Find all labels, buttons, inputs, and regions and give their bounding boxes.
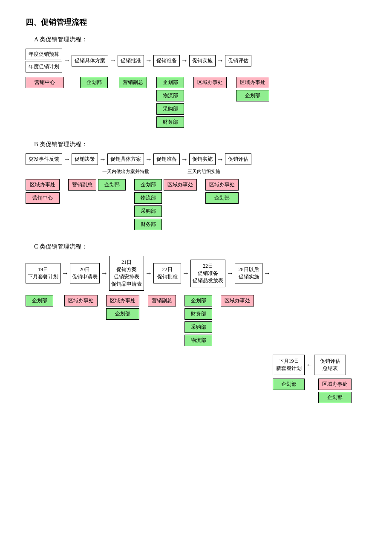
dept-a-col3: 营销副总 <box>119 77 147 88</box>
flow-b-box-3: 促销具体方案 <box>107 153 144 165</box>
dept-b-5b: 企划部 <box>205 192 239 204</box>
dept-a-col1: 营销中心 <box>26 77 64 88</box>
dept-c-3a: 区域办事处 <box>106 295 139 306</box>
flow-a-box-2: 促销具体方案 <box>72 55 108 66</box>
dept-a-col6: 区域办事处 企划部 <box>236 77 269 101</box>
arrow-c-2: → <box>100 269 109 277</box>
arrow-c-1: → <box>61 269 70 277</box>
dept-b-2: 营销副总 <box>68 179 96 191</box>
section-b: B 类促销管理流程： 突发事件反馈 → 促销决策 → 促销具体方案 → 促销准备… <box>26 141 366 230</box>
arrow-a-4: → <box>180 57 189 64</box>
flow-c-row: 19日下月套餐计划 → 20日促销申请表 → 21日促销方案促销安排表促销品申请… <box>26 256 366 291</box>
flow-a-box-1a: 年度促销预算 <box>26 49 62 60</box>
arrow-c-6: → <box>262 269 272 277</box>
flow-a-box-5: 促销实施 <box>189 55 216 66</box>
flow-c-box-6: 28日以后促销实施 <box>235 263 262 283</box>
arrow-b-3: → <box>144 156 153 163</box>
arrow-c-7: → <box>305 361 314 369</box>
dept-b-4e: 区域办事处 <box>164 179 197 191</box>
arrow-b-2: → <box>98 156 107 163</box>
dept-b-1a: 区域办事处 <box>26 179 60 191</box>
dept-b-col4a: 企划部 物流部 采购部 财务部 <box>134 179 162 230</box>
dept-a-col4: 企划部 物流部 采购部 财务部 <box>156 77 184 128</box>
dept-b-col4e: 区域办事处 <box>164 179 197 230</box>
dept-c-col2: 区域办事处 <box>64 295 98 306</box>
arrow-b-5: → <box>216 156 225 163</box>
flow-c-box-7: 下月19日新套餐计划 <box>273 355 305 375</box>
arrow-c-5: → <box>225 269 235 277</box>
dept-c-col3: 区域办事处 企划部 <box>106 295 139 320</box>
dept-a-4a: 企划部 <box>156 77 184 88</box>
dept-a-6b: 企划部 <box>236 90 269 101</box>
flow-a-box-6: 促销评估 <box>225 55 251 66</box>
arrow-a-2: → <box>108 57 118 64</box>
arrow-a-3: → <box>144 57 153 64</box>
dept-a-col5: 区域办事处 <box>193 77 227 88</box>
flow-a-box-4: 促销准备 <box>153 55 180 66</box>
dept-b-row: 区域办事处 营销中心 营销副总 企划部 企划部 物流部 采购部 财务部 区域办事… <box>26 179 366 230</box>
flow-c-box-5: 22日促销准备促销品发放表 <box>190 260 225 287</box>
section-b-title: B 类促销管理流程： <box>34 141 366 148</box>
arrow-c-3: → <box>144 269 153 277</box>
flow-b-box-1: 突发事件反馈 <box>26 153 62 165</box>
arrow-b-4: → <box>180 156 189 163</box>
dept-c-5b: 财务部 <box>184 308 212 320</box>
section-c-title: C 类促销管理流程： <box>34 243 366 251</box>
flow-b-box-2: 促销决策 <box>72 153 98 165</box>
dept-a-4c: 采购部 <box>156 103 184 115</box>
dept-b-col1: 区域办事处 营销中心 <box>26 179 60 204</box>
flow-c-box-8: 促销评估总结表 <box>314 355 346 375</box>
dept-a-4b: 物流部 <box>156 90 184 101</box>
arrow-a-1: → <box>62 57 72 64</box>
section-a: A 类促销管理流程： 年度促销预算 年度促销计划 → 促销具体方案 → 促销批准… <box>26 36 366 128</box>
dept-c-col6: 区域办事处 <box>221 295 254 306</box>
flow-a-row: 年度促销预算 年度促销计划 → 促销具体方案 → 促销批准 → 促销准备 → 促… <box>26 49 366 72</box>
dept-c-col4: 营销副总 <box>148 295 176 306</box>
flow-b-box-4: 促销准备 <box>153 153 180 165</box>
flow-c-box-2: 20日促销申请表 <box>70 263 100 283</box>
dept-b-5a: 区域办事处 <box>205 179 239 191</box>
dept-c-5a: 企划部 <box>184 295 212 306</box>
dept-c-col8: 区域办事处 企划部 <box>318 379 352 403</box>
flow-b-box-5: 促销实施 <box>189 153 216 165</box>
flow-b-row: 突发事件反馈 → 促销决策 → 促销具体方案 → 促销准备 → 促销实施 → 促… <box>26 153 366 165</box>
dept-a-2: 企划部 <box>80 77 108 88</box>
dept-c-8a: 区域办事处 <box>318 379 352 390</box>
dept-c-2: 区域办事处 <box>64 295 98 306</box>
dept-b-4b: 物流部 <box>134 192 162 204</box>
dept-c-1: 企划部 <box>26 295 53 306</box>
dept-c-8b: 企划部 <box>318 392 352 403</box>
arrow-a-5: → <box>216 57 225 64</box>
dept-a-col2: 企划部 <box>80 77 108 88</box>
flow-b-box-6: 促销评估 <box>225 153 251 165</box>
dept-a-1: 营销中心 <box>26 77 64 88</box>
dept-c-7: 企划部 <box>273 379 305 390</box>
dept-c-row: 企划部 区域办事处 区域办事处 企划部 营销副总 企划部 财务部 采购部 物流部… <box>26 295 366 346</box>
dept-b-col23: 营销副总 企划部 <box>68 179 126 191</box>
flow-c-box-3: 21日促销方案促销安排表促销品申请表 <box>109 256 144 291</box>
dept-b-4a: 企划部 <box>134 179 162 191</box>
dept-b-4d: 财务部 <box>134 219 162 230</box>
dept-c-col7: 企划部 <box>273 379 305 390</box>
dept-a-4d: 财务部 <box>156 116 184 128</box>
dept-b-col4: 企划部 物流部 采购部 财务部 区域办事处 <box>134 179 197 230</box>
flow-c-feedback: 下月19日新套餐计划 → 促销评估总结表 <box>26 355 366 375</box>
dept-b-col3: 企划部 <box>98 179 126 191</box>
dept-c-col1: 企划部 <box>26 295 53 306</box>
flow-a-start: 年度促销预算 年度促销计划 <box>26 49 62 72</box>
flow-a-box-3: 促销批准 <box>118 55 144 66</box>
dept-a-row: 营销中心 企划部 营销副总 企划部 物流部 采购部 财务部 区域办事处 区域办事… <box>26 77 366 128</box>
arrow-c-4: → <box>181 269 190 277</box>
note-b-1: 一天内做出方案并特批 <box>102 168 149 175</box>
dept-b-col2: 营销副总 <box>68 179 96 191</box>
dept-b-3: 企划部 <box>98 179 126 191</box>
note-b-2: 三天内组织实施 <box>187 168 220 175</box>
dept-b-col5: 区域办事处 企划部 <box>205 179 239 204</box>
arrow-b-1: → <box>62 156 72 163</box>
dept-a-5: 区域办事处 <box>193 77 227 88</box>
dept-a-3: 营销副总 <box>119 77 147 88</box>
dept-c-4: 营销副总 <box>148 295 176 306</box>
dept-b-1b: 营销中心 <box>26 192 60 204</box>
section-a-title: A 类促销管理流程： <box>34 36 366 43</box>
dept-c-6: 区域办事处 <box>221 295 254 306</box>
